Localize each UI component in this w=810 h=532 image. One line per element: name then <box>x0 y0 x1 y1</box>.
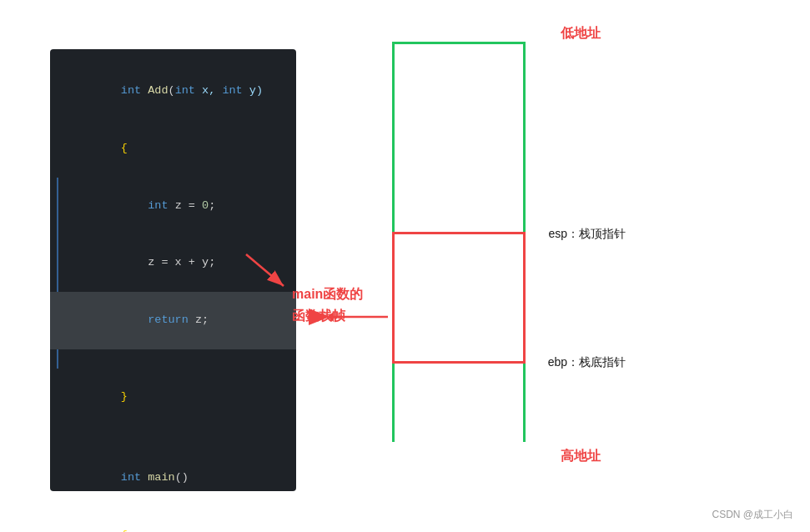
code-content-1: int Add(int x, int y) <box>67 63 286 120</box>
gutter-8 <box>57 449 63 507</box>
code-line-7: } <box>50 369 296 426</box>
code-line-9: { <box>50 507 296 532</box>
gutter-3 <box>57 178 63 235</box>
code-content-2: { <box>67 120 286 178</box>
code-content-6 <box>67 349 286 369</box>
gutter-9 <box>57 507 63 532</box>
stack-outer <box>392 42 526 442</box>
gutter-5 <box>57 292 63 349</box>
code-content-8: int main() <box>67 449 286 507</box>
keyword-int: int <box>121 84 141 97</box>
arrow-to-stack <box>325 300 409 342</box>
stack-diagram-container: 低地址 esp：栈顶指针 ebp：栈底指针 高地址 <box>392 42 526 442</box>
gutter-2 <box>57 120 63 178</box>
main-container: int Add(int x, int y) { int z = 0; z = x… <box>0 0 810 532</box>
arrow-from-main <box>167 246 300 313</box>
func-add: Add <box>148 84 168 97</box>
watermark: CSDN @成工小白 <box>712 508 793 522</box>
code-content-3: int z = 0; <box>67 178 286 235</box>
stack-main-frame <box>392 232 526 364</box>
stack-top-region <box>395 44 523 232</box>
gutter-4 <box>57 234 63 292</box>
label-low-addr: 低地址 <box>561 25 601 43</box>
code-line-1: int Add(int x, int y) <box>50 63 296 120</box>
label-esp: esp：栈顶指针 <box>548 227 626 242</box>
code-content-7: } <box>67 369 286 426</box>
code-line-6 <box>50 349 296 369</box>
stack-bottom-region <box>395 364 523 444</box>
label-ebp: ebp：栈底指针 <box>548 355 626 370</box>
code-line-8: int main() <box>50 449 296 507</box>
label-high-addr: 高地址 <box>561 448 601 465</box>
code-line-2: { <box>50 120 296 178</box>
code-content-9: { <box>67 507 286 532</box>
code-line-3: int z = 0; <box>50 178 296 235</box>
svg-marker-4 <box>327 312 334 322</box>
gutter-6 <box>57 349 63 369</box>
svg-line-1 <box>246 254 284 286</box>
gutter-7 <box>57 369 63 426</box>
gutter-1 <box>57 63 63 120</box>
